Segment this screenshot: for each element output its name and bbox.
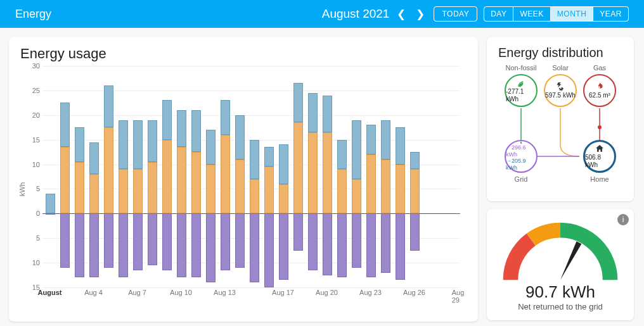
page-title: Energy: [15, 8, 51, 21]
usage-title: Energy usage: [20, 46, 467, 62]
y-tick: 15: [32, 136, 40, 144]
range-group: DAY WEEK MONTH YEAR: [484, 6, 629, 22]
bar-day[interactable]: [89, 66, 99, 287]
solar-value: 597.5 kWh: [545, 92, 576, 99]
x-tick: Aug 29: [452, 289, 465, 304]
range-month[interactable]: MONTH: [550, 7, 593, 21]
bar-day[interactable]: [191, 66, 201, 287]
bar-day[interactable]: [148, 66, 157, 287]
solar-label: Solar: [541, 64, 579, 72]
info-button[interactable]: i: [617, 214, 629, 225]
prev-button[interactable]: ❮: [394, 8, 408, 21]
gauge-value: 90.7 kWh: [525, 282, 595, 302]
flame-icon: [595, 82, 605, 92]
y-tick: 10: [32, 259, 40, 266]
x-tick: Aug 17: [272, 289, 294, 296]
gas-node[interactable]: 62.5 m³: [583, 74, 616, 107]
dist-body: Non-fossil -277.1 kWh Solar 597.5 kWh Ga…: [498, 64, 622, 194]
y-tick: 5: [36, 185, 40, 192]
y-tick: 5: [36, 234, 40, 242]
solar-node[interactable]: 597.5 kWh: [544, 74, 577, 107]
energy-usage-card: Energy usage kWh 30252015105051015 Augus…: [9, 37, 478, 322]
bar-day[interactable]: [104, 66, 113, 287]
y-tick: 20: [32, 111, 40, 119]
bar-day[interactable]: [264, 66, 274, 287]
x-tick: Aug 7: [128, 289, 146, 296]
bar-day[interactable]: [60, 66, 70, 287]
svg-marker-1: [560, 241, 581, 280]
right-column: Energy distribution Non-fossil -277.1 kW…: [487, 37, 634, 322]
plot-area: [42, 66, 460, 287]
today-button[interactable]: TODAY: [434, 6, 477, 22]
gauge-label: Net returned to the grid: [518, 302, 603, 311]
bar-day[interactable]: [46, 66, 55, 287]
app-header: Energy August 2021 ❮ ❯ TODAY DAY WEEK MO…: [0, 0, 644, 28]
usage-chart: kWh 30252015105051015 AugustAug 4Aug 7Au…: [42, 66, 460, 313]
x-axis: AugustAug 4Aug 7Aug 10Aug 13Aug 17Aug 20…: [42, 289, 460, 301]
bar-day[interactable]: [308, 66, 318, 287]
y-tick: 0: [36, 210, 40, 217]
date-label: August 2021: [322, 7, 390, 21]
x-tick: Aug 10: [170, 289, 192, 296]
grid-label: Grid: [502, 175, 540, 183]
gauge-card: i 90.7 kWh Net returned to the grid: [487, 209, 634, 320]
range-day[interactable]: DAY: [484, 7, 513, 21]
leaf-icon: [516, 78, 526, 88]
x-tick: August: [38, 289, 62, 296]
bar-day[interactable]: [323, 66, 332, 287]
bar-day[interactable]: [410, 66, 420, 287]
gas-value: 62.5 m³: [589, 92, 610, 99]
energy-distribution-card: Energy distribution Non-fossil -277.1 kW…: [487, 37, 634, 201]
bar-day[interactable]: [119, 66, 128, 287]
x-tick: Aug 13: [214, 289, 236, 296]
header-controls: August 2021 ❮ ❯ TODAY DAY WEEK MONTH YEA…: [322, 6, 629, 22]
bar-day[interactable]: [235, 66, 245, 287]
home-node[interactable]: 506.8 kWh: [583, 140, 616, 173]
bar-day[interactable]: [381, 66, 390, 287]
x-tick: Aug 26: [403, 289, 425, 296]
grid-values: ←296.6 kWh →205.9 kWh: [506, 144, 536, 172]
y-axis: 30252015105051015: [23, 66, 41, 287]
bar-day[interactable]: [279, 66, 288, 287]
y-tick: 10: [32, 161, 40, 168]
x-tick: Aug 20: [316, 289, 338, 296]
nonfossil-label: Non-fossil: [502, 64, 540, 72]
date-nav: August 2021 ❮ ❯: [322, 7, 428, 21]
bar-day[interactable]: [293, 66, 303, 287]
bar-day[interactable]: [75, 66, 84, 287]
nonfossil-node[interactable]: -277.1 kWh: [505, 74, 538, 107]
x-tick: Aug 23: [359, 289, 382, 296]
bar-day[interactable]: [337, 66, 347, 287]
bar-day[interactable]: [366, 66, 376, 287]
home-label: Home: [581, 175, 619, 183]
range-year[interactable]: YEAR: [593, 7, 628, 21]
bar-day[interactable]: [177, 66, 186, 287]
bar-day[interactable]: [162, 66, 172, 287]
bar-day[interactable]: [250, 66, 259, 287]
bar-day[interactable]: [206, 66, 216, 287]
home-icon: [595, 144, 605, 154]
gauge-icon: [497, 218, 624, 286]
next-button[interactable]: ❯: [413, 8, 427, 21]
nonfossil-value: -277.1 kWh: [506, 88, 536, 103]
dist-title: Energy distribution: [498, 46, 622, 60]
range-week[interactable]: WEEK: [513, 7, 550, 21]
solar-icon: [555, 82, 565, 92]
x-tick: Aug 4: [84, 289, 103, 296]
y-tick: 30: [32, 62, 40, 70]
content: Energy usage kWh 30252015105051015 Augus…: [0, 28, 644, 326]
bar-day[interactable]: [133, 66, 143, 287]
home-value: 506.8 kWh: [585, 154, 614, 169]
bar-day[interactable]: [221, 66, 230, 287]
grid-node[interactable]: ←296.6 kWh →205.9 kWh: [505, 140, 538, 173]
bar-day[interactable]: [352, 66, 361, 287]
gas-label: Gas: [581, 64, 619, 72]
bar-day[interactable]: [396, 66, 405, 287]
svg-point-0: [598, 125, 602, 129]
y-tick: 25: [32, 87, 40, 94]
